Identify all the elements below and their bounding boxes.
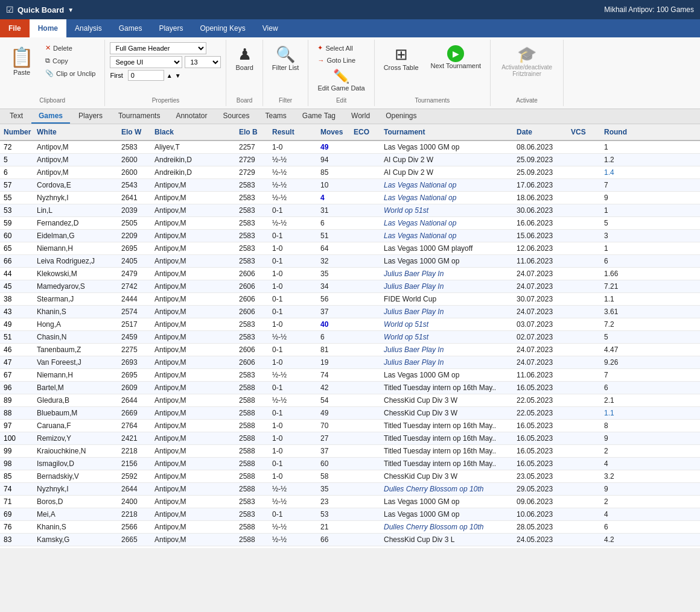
activate-button[interactable]: 🎓 Activate/deactivate Fritztrainer: [495, 42, 558, 80]
checkbox-icon[interactable]: ☑: [6, 5, 14, 14]
table-row[interactable]: 46 Tanenbaum,Z 2275 Antipov,M 2606 0-1 8…: [0, 344, 700, 356]
table-row[interactable]: 76 Khanin,S 2566 Antipov,M 2588 ½-½ 21 D…: [0, 521, 700, 534]
cell-eco: [350, 470, 380, 482]
col-elo-w[interactable]: Elo W: [118, 127, 151, 137]
cell-result: 0-1: [269, 306, 317, 318]
table-row[interactable]: 80 Roselli Mailhe,B 2380 Antipov,M 2588 …: [0, 546, 700, 548]
table-row[interactable]: 45 Mamedyarov,S 2742 Antipov,M 2606 1-0 …: [0, 280, 700, 293]
tab-text[interactable]: Text: [2, 109, 30, 124]
table-row[interactable]: 100 Remizov,Y 2421 Antipov,M 2588 1-0 27…: [0, 432, 700, 445]
cell-number: 74: [0, 483, 33, 495]
table-row[interactable]: 71 Boros,D 2400 Antipov,M 2583 ½-½ 23 La…: [0, 496, 700, 508]
table-row[interactable]: 65 Niemann,H 2695 Antipov,M 2583 1-0 64 …: [0, 242, 700, 255]
tab-games[interactable]: Games: [31, 109, 70, 124]
cell-number: 6: [0, 166, 33, 178]
table-row[interactable]: 69 Mei,A 2218 Antipov,M 2583 0-1 53 Las …: [0, 508, 700, 521]
table-row[interactable]: 72 Antipov,M 2583 Aliyev,T 2257 1-0 49 L…: [0, 141, 700, 154]
spinner-down[interactable]: ▼: [175, 72, 181, 79]
menu-home[interactable]: Home: [30, 19, 66, 37]
table-row[interactable]: 47 Van Foreest,J 2693 Antipov,M 2606 1-0…: [0, 356, 700, 369]
cell-white: Klekowski,M: [33, 268, 118, 280]
col-white[interactable]: White: [33, 127, 118, 137]
tab-sources[interactable]: Sources: [215, 109, 256, 124]
tab-world[interactable]: World: [344, 109, 377, 124]
header-format-select[interactable]: Full Game Header: [110, 42, 206, 54]
table-row[interactable]: 38 Stearman,J 2444 Antipov,M 2606 0-1 56…: [0, 293, 700, 306]
clip-or-unclip-button[interactable]: 📎 Clip or Unclip: [41, 68, 100, 79]
table-row[interactable]: 97 Caruana,F 2764 Antipov,M 2588 1-0 70 …: [0, 420, 700, 432]
table-row[interactable]: 6 Antipov,M 2600 Andreikin,D 2729 ½-½ 85…: [0, 166, 700, 179]
table-row[interactable]: 89 Gledura,B 2644 Antipov,M 2588 ½-½ 54 …: [0, 394, 700, 407]
menu-opening-keys[interactable]: Opening Keys: [191, 19, 253, 37]
tab-teams[interactable]: Teams: [258, 109, 294, 124]
edit-game-data-button[interactable]: ✏️ Edit Game Data: [313, 66, 369, 95]
table-row[interactable]: 51 Chasin,N 2459 Antipov,M 2583 ½-½ 6 Wo…: [0, 331, 700, 344]
col-vcs[interactable]: VCS: [567, 127, 600, 137]
table-row[interactable]: 49 Hong,A 2517 Antipov,M 2583 1-0 40 Wor…: [0, 318, 700, 331]
cell-date: 02.07.2023: [513, 331, 567, 343]
cell-black: Antipov,M: [151, 356, 235, 368]
cell-number: 89: [0, 394, 33, 406]
menu-view[interactable]: View: [254, 19, 287, 37]
board-button[interactable]: ♟ Board: [231, 42, 257, 74]
tab-annotator[interactable]: Annotator: [168, 109, 214, 124]
table-row[interactable]: 67 Niemann,H 2695 Antipov,M 2583 ½-½ 74 …: [0, 369, 700, 382]
next-tournament-button[interactable]: ▶ Next Tournament: [427, 42, 486, 74]
table-row[interactable]: 53 Lin,L 2039 Antipov,M 2583 0-1 31 Worl…: [0, 204, 700, 217]
col-tournament[interactable]: Tournament: [380, 127, 513, 137]
tournaments-label: Tournaments: [380, 95, 485, 104]
menu-games[interactable]: Games: [110, 19, 151, 37]
copy-button[interactable]: ⧉ Copy: [41, 55, 100, 66]
col-result[interactable]: Result: [269, 127, 317, 137]
cell-number: 60: [0, 230, 33, 242]
tab-tournaments[interactable]: Tournaments: [111, 109, 167, 124]
cell-result: 1-0: [269, 470, 317, 482]
table-row[interactable]: 57 Cordova,E 2543 Antipov,M 2583 ½-½ 10 …: [0, 179, 700, 192]
font-select[interactable]: Segoe UI: [110, 56, 182, 68]
cell-result: 0-1: [269, 293, 317, 305]
table-row[interactable]: 96 Bartel,M 2609 Antipov,M 2588 0-1 42 T…: [0, 382, 700, 394]
cell-vcs: [567, 280, 600, 292]
table-row[interactable]: 85 Bernadskiy,V 2592 Antipov,M 2588 1-0 …: [0, 470, 700, 483]
table-row[interactable]: 98 Ismagilov,D 2156 Antipov,M 2588 0-1 6…: [0, 458, 700, 470]
table-row[interactable]: 99 Kraiouchkine,N 2218 Antipov,M 2588 1-…: [0, 445, 700, 458]
menu-analysis[interactable]: Analysis: [66, 19, 110, 37]
font-size-select[interactable]: 13: [185, 56, 221, 68]
table-row[interactable]: 66 Leiva Rodriguez,J 2405 Antipov,M 2583…: [0, 255, 700, 268]
tab-openings[interactable]: Openings: [378, 109, 424, 124]
ribbon: 📋 Paste ✕ Delete ⧉ Copy 📎 Clip or Unclip…: [0, 37, 700, 109]
table-row[interactable]: 44 Klekowski,M 2479 Antipov,M 2606 1-0 3…: [0, 268, 700, 280]
cell-black: Antipov,M: [151, 369, 235, 381]
filter-list-button[interactable]: 🔍 Filter List: [268, 42, 304, 74]
table-row[interactable]: 55 Nyzhnyk,I 2641 Antipov,M 2583 ½-½ 4 L…: [0, 192, 700, 204]
table-row[interactable]: 74 Nyzhnyk,I 2644 Antipov,M 2588 ½-½ 35 …: [0, 483, 700, 496]
table-row[interactable]: 60 Eidelman,G 2209 Antipov,M 2583 0-1 51…: [0, 230, 700, 242]
col-round[interactable]: Round: [600, 127, 634, 137]
goto-line-button[interactable]: → Goto Line: [313, 55, 360, 66]
delete-button[interactable]: ✕ Delete: [41, 42, 100, 54]
first-input[interactable]: [128, 70, 164, 81]
col-eco[interactable]: ECO: [350, 127, 380, 137]
col-date[interactable]: Date: [513, 127, 567, 137]
col-black[interactable]: Black: [151, 127, 235, 137]
col-moves[interactable]: Moves: [317, 127, 350, 137]
tab-game-tag[interactable]: Game Tag: [295, 109, 343, 124]
cross-table-button[interactable]: ⊞ Cross Table: [380, 42, 423, 74]
table-row[interactable]: 43 Khanin,S 2574 Antipov,M 2606 0-1 37 J…: [0, 306, 700, 318]
cross-table-label: Cross Table: [384, 64, 419, 71]
paste-button[interactable]: 📋 Paste: [5, 43, 39, 78]
spinner-up[interactable]: ▲: [167, 72, 173, 79]
table-row[interactable]: 83 Kamsky,G 2665 Antipov,M 2588 ½-½ 66 C…: [0, 534, 700, 546]
cell-tournament: ChessKid Cup Div 3 L: [380, 534, 513, 546]
menu-file[interactable]: File: [0, 19, 30, 37]
select-all-button[interactable]: ✦ Select All: [313, 42, 360, 54]
dropdown-arrow[interactable]: ▼: [68, 7, 74, 13]
cell-round: 1: [600, 141, 634, 153]
tab-players[interactable]: Players: [71, 109, 110, 124]
col-elo-b[interactable]: Elo B: [235, 127, 269, 137]
menu-players[interactable]: Players: [150, 19, 191, 37]
table-row[interactable]: 88 Bluebaum,M 2669 Antipov,M 2588 0-1 49…: [0, 407, 700, 420]
table-row[interactable]: 59 Fernandez,D 2505 Antipov,M 2583 ½-½ 6…: [0, 217, 700, 230]
col-number[interactable]: Number: [0, 127, 33, 137]
table-row[interactable]: 5 Antipov,M 2600 Andreikin,D 2729 ½-½ 94…: [0, 154, 700, 166]
